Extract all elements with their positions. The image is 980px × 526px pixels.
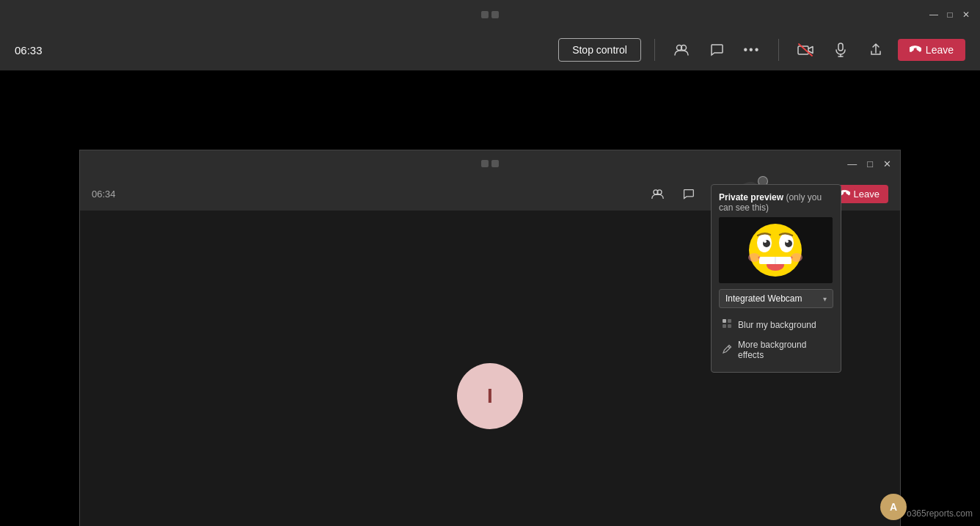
inner-dot-1 (481, 160, 489, 167)
chat-button[interactable] (703, 37, 730, 63)
blur-background-item[interactable]: Blur my background (719, 314, 833, 335)
outer-meeting-bar: 06:33 Stop control ••• (0, 29, 980, 70)
webcam-selector-label: Integrated Webcam (725, 293, 802, 304)
blur-icon (722, 318, 732, 331)
inner-meeting-bar: 06:34 ••• (80, 177, 900, 211)
user-avatar-corner: A (880, 494, 907, 520)
svg-point-21 (786, 240, 789, 243)
private-preview-bold: Private preview (719, 192, 783, 202)
outer-titlebar: — □ ✕ (0, 0, 980, 29)
inner-maximize[interactable]: □ (867, 158, 873, 169)
svg-rect-27 (723, 319, 726, 323)
divider-2 (778, 39, 779, 61)
watermark: o365reports.com (907, 508, 973, 519)
mic-button[interactable] (827, 37, 854, 63)
divider (654, 39, 655, 61)
svg-point-26 (791, 253, 802, 262)
mic-icon (833, 43, 848, 57)
inner-participants-button[interactable] (646, 182, 670, 205)
participants-icon (674, 43, 689, 57)
more-button[interactable]: ••• (739, 37, 765, 63)
inner-participants-icon (651, 188, 664, 200)
svg-rect-30 (728, 324, 731, 328)
inner-dot-2 (491, 160, 499, 167)
inner-chat-button[interactable] (677, 182, 701, 205)
emoji-preview (719, 217, 833, 283)
titlebar-dot-1 (481, 11, 489, 18)
more-effects-item[interactable]: More background effects (719, 335, 833, 365)
participants-button[interactable] (668, 37, 695, 63)
inner-window: — □ ✕ 06:34 (79, 150, 901, 526)
svg-rect-29 (723, 324, 726, 328)
svg-point-20 (764, 240, 767, 243)
leave-label-inner: Leave (854, 189, 880, 200)
svg-point-25 (748, 253, 760, 262)
effects-icon (722, 344, 732, 357)
camera-off-icon (797, 43, 813, 56)
titlebar-dot-2 (491, 11, 499, 18)
svg-rect-4 (838, 43, 843, 51)
outer-titlebar-dots (481, 11, 499, 18)
inner-avatar: I (457, 363, 523, 429)
more-effects-label: More background effects (738, 340, 830, 360)
leave-label-outer: Leave (926, 44, 954, 56)
stop-control-button[interactable]: Stop control (558, 38, 641, 62)
chevron-down-icon: ▾ (823, 295, 827, 303)
inner-window-controls: — □ ✕ (847, 158, 891, 169)
outer-meeting-timer: 06:33 (15, 44, 43, 56)
maximize-button[interactable]: □ (945, 10, 955, 20)
inner-close[interactable]: ✕ (883, 158, 891, 169)
minimize-button[interactable]: — (929, 10, 939, 20)
inner-meeting-timer: 06:34 (92, 189, 116, 200)
camera-off-button[interactable] (792, 37, 819, 63)
inner-titlebar: — □ ✕ (80, 150, 900, 177)
share-button[interactable] (863, 37, 889, 63)
close-button[interactable]: ✕ (961, 10, 971, 20)
share-icon (869, 43, 883, 57)
more-icon: ••• (743, 43, 760, 56)
private-preview-text: Private preview (only you can see this) (719, 192, 833, 213)
blur-background-label: Blur my background (738, 320, 816, 330)
inner-titlebar-dots (481, 160, 499, 167)
outer-window: — □ ✕ 06:33 Stop control ••• (0, 0, 980, 526)
outer-window-controls: — □ ✕ (929, 10, 971, 20)
leave-button-outer[interactable]: Leave (898, 39, 965, 61)
inner-minimize[interactable]: — (847, 158, 857, 169)
webcam-selector[interactable]: Integrated Webcam ▾ (719, 289, 833, 308)
camera-popup: Private preview (only you can see this) (711, 184, 841, 373)
leave-phone-icon (910, 44, 921, 56)
svg-rect-28 (728, 319, 731, 323)
camera-preview-box (719, 217, 833, 283)
outer-content: — □ ✕ 06:34 (0, 70, 980, 526)
inner-chat-icon (682, 188, 695, 200)
chat-icon (709, 43, 724, 57)
